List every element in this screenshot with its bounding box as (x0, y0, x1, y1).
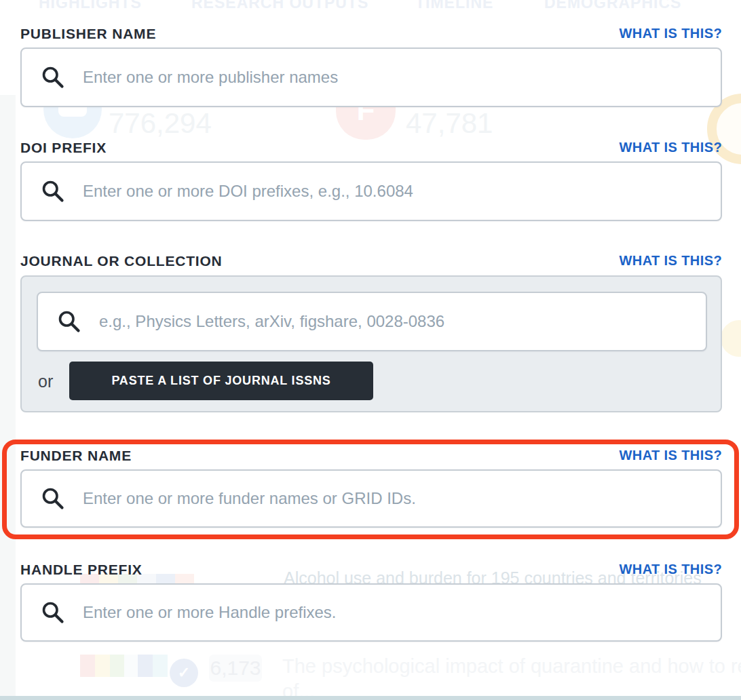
journal-help-link[interactable]: WHAT IS THIS? (620, 253, 722, 269)
or-label: or (38, 372, 53, 391)
background-edge (0, 95, 16, 696)
badge-color-square (153, 655, 168, 677)
tab-timeline: TIMELINE (415, 0, 493, 12)
publisher-name-label: PUBLISHER NAME (20, 26, 156, 42)
badge-color-square (80, 655, 95, 677)
badge-color-square (138, 655, 153, 677)
handle-prefix-input[interactable] (22, 585, 721, 640)
funder-name-label: FUNDER NAME (20, 448, 132, 464)
funder-name-field (20, 469, 722, 528)
list-item-title: The psychological impact of quarantine a… (282, 655, 741, 678)
filters-panel: HIGHLIGHTS RESEARCH OUTPUTS TIMELINE DEM… (0, 0, 741, 700)
verified-check-icon: ✓ (170, 659, 198, 687)
doi-help-link[interactable]: WHAT IS THIS? (620, 140, 722, 155)
tab-research-outputs: RESEARCH OUTPUTS (191, 0, 368, 12)
doi-prefix-field (20, 161, 722, 221)
dot-fragment (721, 320, 741, 357)
badge-color-square (95, 655, 110, 677)
handle-prefix-label: HANDLE PREFIX (20, 562, 142, 578)
publisher-name-field (20, 47, 722, 107)
doi-prefix-input[interactable] (22, 163, 721, 220)
journal-collection-field (37, 292, 707, 351)
handle-help-link[interactable]: WHAT IS THIS? (620, 562, 722, 577)
journal-collection-group: or PASTE A LIST OF JOURNAL ISSNS (20, 275, 722, 412)
bottom-divider (0, 696, 741, 700)
stat-outputs-count: 47,781 (406, 107, 493, 140)
funder-name-input[interactable] (22, 471, 721, 526)
doi-prefix-label: DOI PREFIX (20, 140, 107, 156)
stat-mentions-count: 776,294 (109, 107, 212, 140)
tab-highlights: HIGHLIGHTS (39, 0, 142, 12)
funder-help-link[interactable]: WHAT IS THIS? (620, 448, 722, 463)
journal-collection-input[interactable] (38, 293, 706, 350)
publisher-help-link[interactable]: WHAT IS THIS? (620, 26, 722, 41)
badge-color-square (110, 655, 124, 677)
paste-issn-list-button[interactable]: PASTE A LIST OF JOURNAL ISSNS (69, 362, 373, 400)
journal-collection-label: JOURNAL OR COLLECTION (20, 253, 223, 269)
badge-color-square (124, 655, 138, 677)
score-badge: 6,173 (209, 655, 262, 682)
tab-demographics: DEMOGRAPHICS (544, 0, 681, 12)
handle-prefix-field (20, 583, 722, 642)
publisher-name-input[interactable] (22, 49, 721, 106)
